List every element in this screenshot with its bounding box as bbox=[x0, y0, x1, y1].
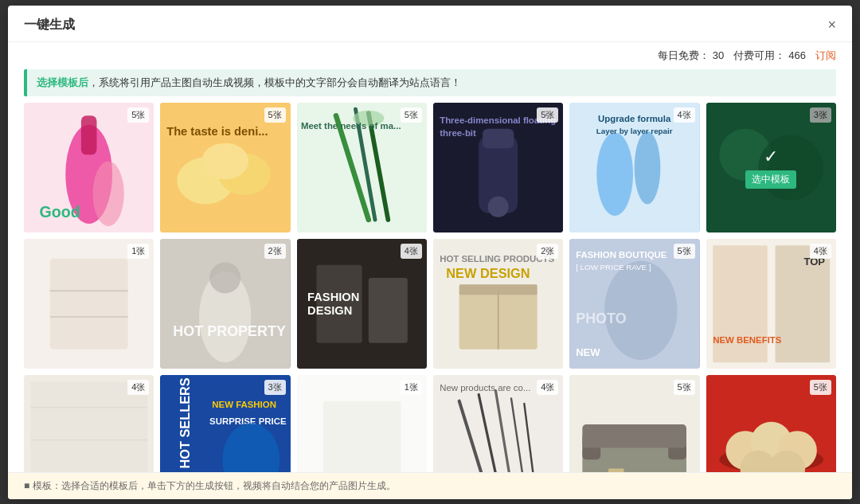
template-card-13[interactable]: 4张 bbox=[24, 375, 154, 471]
card-18-badge: 5张 bbox=[810, 380, 831, 395]
card-10-badge: 2张 bbox=[537, 244, 558, 259]
svg-rect-83 bbox=[583, 424, 687, 447]
modal-subheader: 每日免费： 30 付费可用： 466 订阅 bbox=[8, 42, 852, 69]
template-card-17[interactable]: 5张 bbox=[569, 375, 699, 471]
bottom-bar-text: ■ 模板：选择合适的模板后，单击下方的生成按钮，视频将自动结合您的产品图片生成。 bbox=[24, 480, 396, 491]
card-8-badge: 2张 bbox=[264, 244, 286, 259]
svg-rect-71 bbox=[322, 401, 401, 472]
modal: 一键生成 × 每日免费： 30 付费可用： 466 订阅 选择模板后，系统将引用… bbox=[8, 6, 852, 499]
svg-text:HOT SELLERS: HOT SELLERS bbox=[178, 377, 192, 468]
paid-value: 466 bbox=[788, 49, 806, 61]
card-15-badge: 1张 bbox=[401, 380, 422, 395]
svg-rect-61 bbox=[30, 381, 147, 471]
paid-label: 付费可用： bbox=[733, 49, 785, 63]
modal-title: 一键生成 bbox=[24, 17, 75, 33]
template-card-12[interactable]: NEW BENEFITS TOP 4张 bbox=[706, 239, 836, 369]
template-card-18[interactable]: 5张 bbox=[706, 375, 836, 471]
notice-bar: 选择模板后，系统将引用产品主图自动生成视频，模板中的文字部分会自动翻译为站点语言… bbox=[24, 69, 836, 96]
close-button[interactable]: × bbox=[827, 18, 836, 32]
template-card-8[interactable]: HOT PROPERTY 2张 bbox=[160, 239, 290, 369]
svg-point-19 bbox=[488, 196, 509, 217]
svg-point-36 bbox=[209, 262, 240, 293]
svg-text:New products are co...: New products are co... bbox=[440, 383, 530, 393]
template-card-5[interactable]: Upgrade formula Layer by layer repair 4张 bbox=[569, 103, 699, 232]
svg-text:NEW DESIGN: NEW DESIGN bbox=[446, 266, 530, 280]
svg-point-8 bbox=[202, 143, 249, 179]
svg-text:NEW FASHION: NEW FASHION bbox=[213, 400, 277, 409]
svg-point-24 bbox=[635, 131, 661, 203]
template-card-6[interactable]: ✓ 选中模板 3张 bbox=[706, 103, 836, 232]
svg-rect-18 bbox=[483, 128, 514, 148]
card-14-badge: 3张 bbox=[264, 380, 286, 395]
selected-label: 选中模板 bbox=[745, 170, 796, 189]
svg-point-3 bbox=[93, 161, 124, 226]
svg-rect-56 bbox=[713, 245, 768, 362]
card-5-badge: 4张 bbox=[674, 107, 695, 123]
svg-rect-84 bbox=[608, 469, 624, 472]
template-card-16[interactable]: New products are co... 4张 bbox=[433, 375, 563, 471]
template-card-11[interactable]: FASHION BOUTIQUE [ LOW PRICE RAVE ] PHOT… bbox=[569, 239, 699, 369]
card-17-badge: 5张 bbox=[674, 380, 695, 395]
svg-text:[ LOW PRICE RAVE ]: [ LOW PRICE RAVE ] bbox=[576, 263, 651, 272]
bottom-bar: ■ 模板：选择合适的模板后，单击下方的生成按钮，视频将自动结合您的产品图片生成。 bbox=[8, 472, 852, 499]
template-card-3[interactable]: Meet the needs of ma... 5张 bbox=[297, 103, 427, 232]
daily-free-label: 每日免费： bbox=[658, 49, 710, 63]
template-card-15[interactable]: 1张 bbox=[297, 375, 427, 471]
template-card-4[interactable]: Three-dimensional floating three-bit 5张 bbox=[433, 103, 563, 232]
svg-rect-31 bbox=[50, 258, 128, 349]
svg-text:HOT PROPERTY: HOT PROPERTY bbox=[174, 323, 287, 339]
card-7-badge: 1张 bbox=[127, 244, 149, 259]
template-card-10[interactable]: HOT SELLING PRODUCTS NEW DESIGN 2张 bbox=[433, 239, 563, 369]
svg-text:The taste is deni...: The taste is deni... bbox=[166, 124, 268, 137]
svg-text:Layer by layer repair: Layer by layer repair bbox=[596, 127, 673, 135]
card-12-badge: 4张 bbox=[810, 244, 831, 259]
card-16-badge: 4张 bbox=[537, 380, 558, 395]
template-card-14[interactable]: HOT SELLERS NEW FASHION SURPRISE PRICE 3… bbox=[160, 375, 290, 471]
card-11-badge: 5张 bbox=[674, 244, 695, 259]
template-card-2[interactable]: The taste is deni... 5张 bbox=[160, 103, 290, 232]
svg-rect-2 bbox=[81, 115, 97, 154]
svg-text:Upgrade formula: Upgrade formula bbox=[598, 114, 671, 123]
svg-text:DESIGN: DESIGN bbox=[307, 304, 352, 317]
notice-highlight: 选择模板后 bbox=[37, 76, 88, 88]
subscribe-link[interactable]: 订阅 bbox=[815, 49, 836, 63]
card-1-badge: 5张 bbox=[127, 107, 149, 123]
template-grid-container[interactable]: Good 5张 The taste is deni... bbox=[8, 103, 852, 472]
template-card-9[interactable]: FASHION DESIGN 4张 bbox=[297, 239, 427, 369]
notice-text: ，系统将引用产品主图自动生成视频，模板中的文字部分会自动翻译为站点语言！ bbox=[88, 76, 461, 88]
svg-text:NEW BENEFITS: NEW BENEFITS bbox=[713, 335, 782, 345]
card-3-badge: 5张 bbox=[401, 107, 422, 123]
template-grid: Good 5张 The taste is deni... bbox=[24, 103, 836, 472]
daily-free-value: 30 bbox=[713, 49, 724, 61]
card-13-badge: 4张 bbox=[127, 380, 149, 395]
template-card-7[interactable]: 1张 bbox=[24, 239, 154, 369]
card-2-badge: 5张 bbox=[264, 107, 286, 123]
svg-text:FASHION BOUTIQUE: FASHION BOUTIQUE bbox=[576, 250, 667, 260]
modal-header: 一键生成 × bbox=[8, 6, 852, 42]
svg-text:NEW: NEW bbox=[576, 346, 600, 358]
svg-rect-40 bbox=[368, 278, 407, 343]
svg-text:Good: Good bbox=[40, 202, 80, 220]
svg-text:Meet the needs of ma...: Meet the needs of ma... bbox=[301, 120, 401, 130]
card-9-badge: 4张 bbox=[401, 244, 422, 259]
modal-overlay: 一键生成 × 每日免费： 30 付费可用： 466 订阅 选择模板后，系统将引用… bbox=[0, 0, 860, 504]
svg-point-23 bbox=[597, 132, 634, 216]
template-card-1[interactable]: Good 5张 bbox=[24, 103, 154, 232]
svg-text:PHOTO: PHOTO bbox=[576, 311, 627, 326]
svg-text:three-bit: three-bit bbox=[440, 128, 476, 138]
svg-text:FASHION: FASHION bbox=[307, 291, 359, 303]
selected-overlay: ✓ 选中模板 bbox=[706, 103, 836, 232]
card-4-badge: 5张 bbox=[537, 107, 558, 123]
